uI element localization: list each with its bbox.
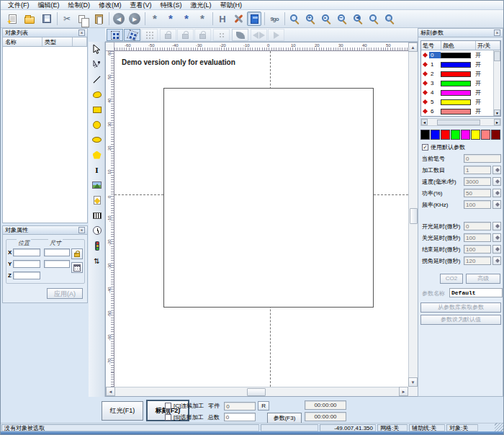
delay-tool-icon[interactable] <box>89 223 104 238</box>
menu-help[interactable]: 帮助(H) <box>216 1 247 10</box>
pos-z-field[interactable] <box>13 272 40 279</box>
lock-z-icon[interactable] <box>194 29 211 41</box>
pen-row[interactable]: 3开 <box>421 79 500 88</box>
scroll-down-icon[interactable]: ▼ <box>494 109 500 116</box>
scroll-right-icon[interactable]: ► <box>494 119 500 125</box>
palette-swatch[interactable] <box>471 130 480 140</box>
frequency-value[interactable]: 100 <box>464 200 491 209</box>
spinner-icon[interactable] <box>492 222 501 230</box>
advanced-button[interactable]: 高级 <box>466 274 500 284</box>
spinner-icon[interactable] <box>492 166 501 174</box>
size-x-field[interactable] <box>44 248 70 256</box>
sort-order-icon[interactable]: 9go <box>267 12 282 26</box>
spinner-icon[interactable] <box>492 233 501 242</box>
pen-table-hscrollbar[interactable]: ◄ ► <box>420 118 501 126</box>
column-color[interactable]: 颜色 <box>441 41 476 50</box>
status-objects[interactable]: 对象:关 <box>446 424 478 431</box>
transform-rotate-icon[interactable] <box>124 29 140 41</box>
param-f3-button[interactable]: 参数(F3) <box>267 413 302 423</box>
pen-row[interactable]: 4开 <box>421 88 500 97</box>
pen-row[interactable]: 0开 <box>421 50 500 60</box>
open-icon[interactable] <box>22 12 37 26</box>
palette-swatch[interactable] <box>481 130 490 140</box>
line-tool-icon[interactable] <box>89 72 104 86</box>
ungroup-icon[interactable]: * <box>163 12 178 26</box>
continuous-checkbox[interactable] <box>165 403 171 409</box>
pen-row[interactable]: 6开 <box>421 107 500 116</box>
scroll-right-icon[interactable]: ► <box>399 387 408 396</box>
menu-draw[interactable]: 绘制(D) <box>64 1 95 10</box>
close-icon[interactable]: × <box>78 227 85 233</box>
motion-tool-icon[interactable]: ⇅ <box>89 254 104 268</box>
co2-button[interactable]: CO2 <box>440 274 463 284</box>
status-guides[interactable]: 辅助线:关 <box>409 424 445 431</box>
palette-swatch[interactable] <box>491 130 500 140</box>
scroll-left-icon[interactable]: ◄ <box>421 119 428 125</box>
laser-panel-icon[interactable] <box>247 12 261 26</box>
param-name-value[interactable]: Default <box>449 288 503 297</box>
mark-count-value[interactable]: 1 <box>464 166 491 174</box>
end-delay-value[interactable]: 100 <box>464 245 491 254</box>
total-count-field[interactable]: 0 <box>224 413 256 421</box>
horizontal-scrollbar[interactable]: ◄ ► <box>106 387 408 396</box>
uncombine-icon[interactable]: * <box>195 12 210 26</box>
transform-scale-icon[interactable] <box>107 29 123 41</box>
spinner-icon[interactable] <box>492 245 501 254</box>
system-tools-icon[interactable] <box>231 12 246 26</box>
flip-horizontal-icon[interactable] <box>251 29 267 41</box>
size-y-field[interactable] <box>44 260 70 268</box>
zoom-all-icon[interactable] <box>366 12 381 26</box>
close-icon[interactable]: × <box>78 30 85 36</box>
spinner-icon[interactable] <box>492 177 501 186</box>
column-type[interactable]: 类型 <box>42 37 73 46</box>
column-onoff[interactable]: 开/关 <box>476 41 500 50</box>
select-process-checkbox[interactable] <box>165 414 171 421</box>
palette-swatch[interactable] <box>451 130 460 140</box>
pen-row[interactable]: 1开 <box>421 60 500 69</box>
zoom-page-icon[interactable]: □ <box>382 12 397 26</box>
palette-swatch[interactable] <box>461 130 470 140</box>
spinner-icon[interactable] <box>492 189 501 197</box>
column-name[interactable]: 名称 <box>3 37 42 46</box>
bitmap-tool-icon[interactable] <box>89 178 104 192</box>
select-tool-icon[interactable] <box>89 42 104 56</box>
drawing-canvas[interactable]: Demo version only for evaluation <box>114 51 408 387</box>
use-default-params[interactable]: ✓ 使用默认参数 <box>422 143 465 151</box>
close-icon[interactable]: × <box>494 30 500 36</box>
laser-off-delay-value[interactable]: 100 <box>464 233 491 242</box>
node-edit-tool-icon[interactable] <box>89 57 104 71</box>
scroll-up-icon[interactable]: ▲ <box>408 42 418 52</box>
copy-icon[interactable] <box>76 12 90 26</box>
put-origin-icon[interactable] <box>213 29 230 41</box>
save-icon[interactable] <box>40 12 54 26</box>
flip-vertical-icon[interactable] <box>268 29 284 41</box>
paste-icon[interactable] <box>91 12 106 26</box>
palette-swatch[interactable] <box>420 130 430 140</box>
text-tool-icon[interactable]: I <box>89 163 104 177</box>
work-area-outline[interactable] <box>163 88 374 308</box>
scroll-down-icon[interactable]: ▼ <box>408 377 418 387</box>
column-pen[interactable]: 笔号 <box>421 41 441 50</box>
mirror-icon[interactable] <box>232 29 248 41</box>
menu-view[interactable]: 查看(V) <box>126 1 156 10</box>
zoom-move-icon[interactable] <box>287 12 302 26</box>
checkbox-checked-icon[interactable]: ✓ <box>422 144 428 151</box>
status-grid[interactable]: 网格:关 <box>377 424 408 431</box>
zoom-in-icon[interactable]: + <box>303 12 318 26</box>
lock-aspect-icon[interactable] <box>71 248 83 259</box>
combine-icon[interactable]: * <box>179 12 194 26</box>
get-from-library-button[interactable]: 从参数库索取参数 <box>420 302 501 313</box>
polygon-tool-icon[interactable] <box>89 148 104 162</box>
resize-grip[interactable] <box>495 423 503 431</box>
zoom-out-icon[interactable]: − <box>335 12 349 26</box>
spinner-icon[interactable] <box>492 256 501 265</box>
set-as-default-button[interactable]: 参数设为默认值 <box>420 315 501 325</box>
vertical-scroll-thumb[interactable] <box>410 208 418 224</box>
redo-icon[interactable]: ► <box>127 12 142 26</box>
menu-laser[interactable]: 激光(L) <box>186 1 216 10</box>
vertical-scrollbar[interactable]: ▲ ▼ <box>408 42 418 387</box>
pen-row[interactable]: 5开 <box>421 97 500 107</box>
undo-icon[interactable]: ◄ <box>112 12 126 26</box>
corner-delay-value[interactable]: 120 <box>464 256 491 265</box>
menu-special[interactable]: 特殊(S) <box>156 1 186 10</box>
